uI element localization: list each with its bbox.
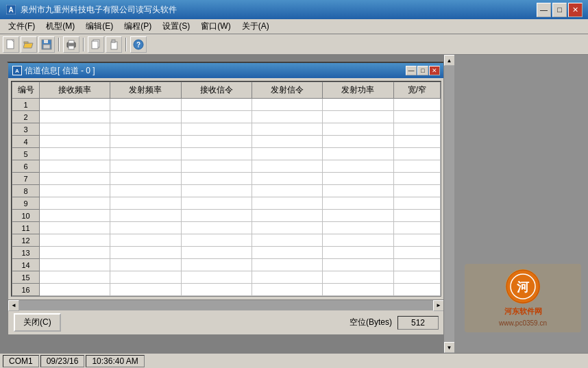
cell-rx-sig[interactable] — [181, 259, 252, 271]
cell-rx-sig[interactable] — [181, 123, 252, 136]
table-row[interactable]: 15 — [12, 271, 441, 284]
table-row[interactable]: 14 — [12, 259, 441, 271]
table-row[interactable]: 7 — [12, 173, 441, 185]
table-row[interactable]: 12 — [12, 234, 441, 247]
cell-rx-sig[interactable] — [181, 148, 252, 160]
menu-file[interactable]: 文件(F) — [3, 19, 40, 34]
cell-width[interactable] — [393, 148, 440, 160]
cell-tx-freq[interactable] — [110, 185, 181, 197]
table-row[interactable]: 2 — [12, 111, 441, 123]
table-row[interactable]: 6 — [12, 160, 441, 173]
cell-width[interactable] — [393, 197, 440, 210]
table-row[interactable]: 13 — [12, 247, 441, 259]
cell-rx-freq[interactable] — [40, 160, 110, 173]
cell-width[interactable] — [393, 247, 440, 259]
cell-tx-power[interactable] — [323, 123, 393, 136]
cell-rx-freq[interactable] — [40, 247, 110, 259]
cell-tx-freq[interactable] — [110, 160, 181, 173]
cell-tx-power[interactable] — [323, 197, 393, 210]
cell-tx-freq[interactable] — [110, 136, 181, 148]
cell-rx-sig[interactable] — [181, 271, 252, 284]
cell-width[interactable] — [393, 136, 440, 148]
copy-button[interactable] — [88, 36, 104, 53]
cell-tx-freq[interactable] — [110, 247, 181, 259]
cell-tx-power[interactable] — [323, 271, 393, 284]
cell-tx-freq[interactable] — [110, 99, 181, 111]
cell-tx-power[interactable] — [323, 259, 393, 271]
save-button[interactable] — [38, 36, 55, 53]
cell-tx-sig[interactable] — [252, 99, 322, 111]
cell-tx-freq[interactable] — [110, 210, 181, 222]
cell-tx-freq[interactable] — [110, 222, 181, 234]
cell-rx-freq[interactable] — [40, 148, 110, 160]
bytes-value-input[interactable] — [397, 316, 439, 330]
open-button[interactable] — [21, 36, 37, 53]
cell-width[interactable] — [393, 160, 440, 173]
cell-tx-power[interactable] — [323, 160, 393, 173]
cell-tx-sig[interactable] — [252, 111, 322, 123]
table-row[interactable]: 9 — [12, 197, 441, 210]
table-row[interactable]: 11 — [12, 222, 441, 234]
cell-tx-freq[interactable] — [110, 284, 181, 296]
cell-tx-sig[interactable] — [252, 136, 322, 148]
cell-rx-sig[interactable] — [181, 160, 252, 173]
cell-tx-sig[interactable] — [252, 259, 322, 271]
cell-tx-sig[interactable] — [252, 234, 322, 247]
cell-rx-freq[interactable] — [40, 222, 110, 234]
cell-tx-freq[interactable] — [110, 234, 181, 247]
cell-tx-power[interactable] — [323, 173, 393, 185]
cell-tx-power[interactable] — [323, 136, 393, 148]
cell-rx-freq[interactable] — [40, 210, 110, 222]
maximize-button[interactable]: □ — [552, 3, 567, 17]
menu-program[interactable]: 编程(P) — [119, 19, 157, 34]
cell-rx-freq[interactable] — [40, 123, 110, 136]
cell-width[interactable] — [393, 284, 440, 296]
cell-tx-freq[interactable] — [110, 197, 181, 210]
cell-rx-sig[interactable] — [181, 99, 252, 111]
cell-tx-sig[interactable] — [252, 185, 322, 197]
scroll-right-button[interactable]: ► — [433, 300, 444, 311]
cell-tx-power[interactable] — [323, 99, 393, 111]
table-row[interactable]: 4 — [12, 136, 441, 148]
cell-tx-freq[interactable] — [110, 123, 181, 136]
cell-tx-freq[interactable] — [110, 271, 181, 284]
cell-width[interactable] — [393, 185, 440, 197]
cell-width[interactable] — [393, 173, 440, 185]
table-row[interactable]: 8 — [12, 185, 441, 197]
cell-tx-power[interactable] — [323, 247, 393, 259]
channel-close-button[interactable]: 关闭(C) — [14, 313, 61, 332]
cell-tx-freq[interactable] — [110, 173, 181, 185]
menu-model[interactable]: 机型(M) — [40, 19, 80, 34]
cell-tx-sig[interactable] — [252, 284, 322, 296]
cell-tx-freq[interactable] — [110, 111, 181, 123]
cell-tx-power[interactable] — [323, 185, 393, 197]
cell-rx-freq[interactable] — [40, 173, 110, 185]
cell-rx-freq[interactable] — [40, 136, 110, 148]
scroll-up-button[interactable]: ▲ — [444, 55, 455, 66]
cell-rx-freq[interactable] — [40, 234, 110, 247]
paste-button[interactable] — [106, 36, 122, 53]
cell-rx-sig[interactable] — [181, 222, 252, 234]
cell-tx-sig[interactable] — [252, 148, 322, 160]
cell-tx-freq[interactable] — [110, 148, 181, 160]
cell-rx-freq[interactable] — [40, 197, 110, 210]
inner-maximize-button[interactable]: □ — [417, 66, 428, 75]
cell-rx-sig[interactable] — [181, 111, 252, 123]
cell-tx-sig[interactable] — [252, 271, 322, 284]
cell-tx-sig[interactable] — [252, 160, 322, 173]
new-button[interactable] — [3, 36, 19, 53]
cell-width[interactable] — [393, 99, 440, 111]
cell-rx-sig[interactable] — [181, 284, 252, 296]
cell-tx-sig[interactable] — [252, 222, 322, 234]
cell-tx-freq[interactable] — [110, 259, 181, 271]
cell-tx-sig[interactable] — [252, 173, 322, 185]
menu-settings[interactable]: 设置(S) — [157, 19, 195, 34]
cell-width[interactable] — [393, 234, 440, 247]
menu-edit[interactable]: 编辑(E) — [80, 19, 119, 34]
inner-close-button[interactable]: ✕ — [429, 66, 440, 75]
menu-about[interactable]: 关于(A) — [236, 19, 275, 34]
cell-width[interactable] — [393, 210, 440, 222]
cell-tx-power[interactable] — [323, 284, 393, 296]
cell-tx-sig[interactable] — [252, 197, 322, 210]
close-button[interactable]: ✕ — [568, 3, 583, 17]
